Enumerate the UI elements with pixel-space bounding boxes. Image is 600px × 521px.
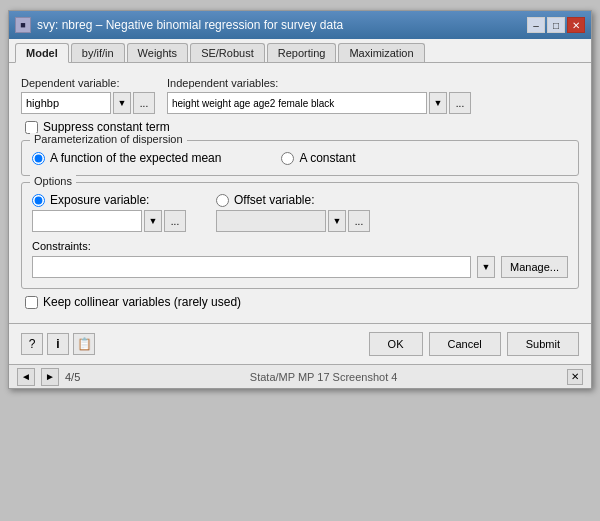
exposure-radio[interactable] (32, 194, 45, 207)
main-content: Dependent variable: highbp ▼ ... Indepen… (9, 63, 591, 323)
ok-button[interactable]: OK (369, 332, 423, 356)
bottom-icons: ? i 📋 (21, 333, 369, 355)
param-option2-radio[interactable] (281, 152, 294, 165)
param-option1-label: A function of the expected mean (50, 151, 221, 165)
param-option2-label: A constant (299, 151, 355, 165)
options-title: Options (30, 175, 76, 187)
parameterization-group: Parameterization of dispersion A functio… (21, 140, 579, 176)
title-buttons: – □ ✕ (527, 17, 585, 33)
tab-se-robust[interactable]: SE/Robust (190, 43, 265, 62)
maximize-button[interactable]: □ (547, 17, 565, 33)
independent-variables-browse[interactable]: ... (449, 92, 471, 114)
offset-browse[interactable]: ... (348, 210, 370, 232)
manage-button[interactable]: Manage... (501, 256, 568, 278)
exposure-variable-group: Exposure variable: ▼ ... (32, 191, 186, 232)
keep-collinear-label: Keep collinear variables (rarely used) (43, 295, 241, 309)
status-bar: ◄ ► 4/5 Stata/MP MP 17 Screenshot 4 ✕ (9, 364, 591, 388)
constraints-row: ▼ Manage... (32, 256, 568, 278)
independent-variables-arrow[interactable]: ▼ (429, 92, 447, 114)
constraints-section: Constraints: ▼ Manage... (32, 240, 568, 278)
offset-label: Offset variable: (234, 193, 314, 207)
status-text: Stata/MP MP 17 Screenshot 4 (86, 371, 561, 383)
close-button[interactable]: ✕ (567, 17, 585, 33)
parameterization-title: Parameterization of dispersion (30, 133, 187, 145)
suppress-constant-checkbox[interactable] (25, 121, 38, 134)
options-group: Options Exposure variable: ▼ ... (21, 182, 579, 289)
nav-prev-button[interactable]: ◄ (17, 368, 35, 386)
exposure-offset-row: Exposure variable: ▼ ... Offset variable… (32, 191, 568, 232)
tab-by-if-in[interactable]: by/if/in (71, 43, 125, 62)
tab-model[interactable]: Model (15, 43, 69, 63)
exposure-browse[interactable]: ... (164, 210, 186, 232)
dependent-variable-dropdown[interactable]: highbp (21, 92, 111, 114)
dependent-variable-label: Dependent variable: (21, 77, 155, 89)
tabs-bar: Model by/if/in Weights SE/Robust Reporti… (9, 39, 591, 63)
cancel-button[interactable]: Cancel (429, 332, 501, 356)
param-option1-row: A function of the expected mean (32, 151, 221, 165)
bottom-bar: ? i 📋 OK Cancel Submit (9, 323, 591, 364)
offset-arrow[interactable]: ▼ (328, 210, 346, 232)
help-icon[interactable]: ? (21, 333, 43, 355)
info-icon[interactable]: i (47, 333, 69, 355)
offset-dropdown[interactable] (216, 210, 326, 232)
bottom-buttons: OK Cancel Submit (369, 332, 579, 356)
nav-next-button[interactable]: ► (41, 368, 59, 386)
constraints-dropdown[interactable] (32, 256, 471, 278)
minimize-button[interactable]: – (527, 17, 545, 33)
tab-weights[interactable]: Weights (127, 43, 189, 62)
title-bar: ■ svy: nbreg – Negative binomial regress… (9, 11, 591, 39)
dependent-variable-arrow[interactable]: ▼ (113, 92, 131, 114)
keep-collinear-checkbox[interactable] (25, 296, 38, 309)
status-close-button[interactable]: ✕ (567, 369, 583, 385)
dependent-variable-group: Dependent variable: highbp ▼ ... (21, 77, 155, 114)
clipboard-icon[interactable]: 📋 (73, 333, 95, 355)
suppress-constant-label: Suppress constant term (43, 120, 170, 134)
page-indicator: 4/5 (65, 371, 80, 383)
dependent-variable-browse[interactable]: ... (133, 92, 155, 114)
offset-variable-group: Offset variable: ▼ ... (216, 191, 370, 232)
window-icon: ■ (15, 17, 31, 33)
window-title: svy: nbreg – Negative binomial regressio… (37, 18, 521, 32)
exposure-dropdown[interactable] (32, 210, 142, 232)
constraints-label: Constraints: (32, 240, 568, 252)
submit-button[interactable]: Submit (507, 332, 579, 356)
param-option2-row: A constant (281, 151, 355, 165)
exposure-label: Exposure variable: (50, 193, 149, 207)
tab-reporting[interactable]: Reporting (267, 43, 337, 62)
suppress-constant-row: Suppress constant term (25, 120, 579, 134)
keep-collinear-row: Keep collinear variables (rarely used) (25, 295, 579, 309)
tab-maximization[interactable]: Maximization (338, 43, 424, 62)
constraints-arrow[interactable]: ▼ (477, 256, 495, 278)
exposure-arrow[interactable]: ▼ (144, 210, 162, 232)
independent-variables-label: Independent variables: (167, 77, 471, 89)
offset-radio[interactable] (216, 194, 229, 207)
param-option1-radio[interactable] (32, 152, 45, 165)
independent-variables-group: Independent variables: height weight age… (167, 77, 471, 114)
independent-variables-dropdown[interactable]: height weight age age2 female black (167, 92, 427, 114)
